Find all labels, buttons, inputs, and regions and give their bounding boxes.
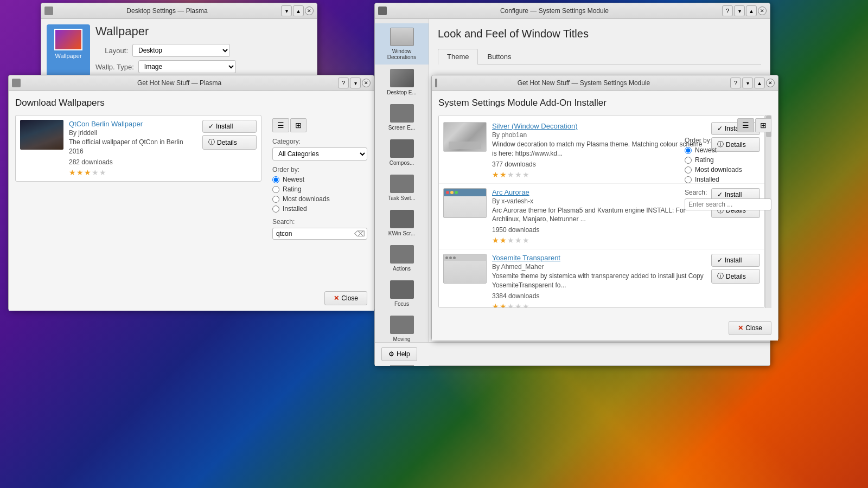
sysmod-order-newest-radio[interactable] xyxy=(685,147,692,154)
sidebar-item-desktop-effects[interactable]: Desktop E... xyxy=(375,65,429,100)
order-most-downloads-option[interactable]: Most downloads xyxy=(272,195,367,203)
sysmod-grid-view-button[interactable]: ⊞ xyxy=(755,118,771,132)
order-most-downloads-radio[interactable] xyxy=(272,196,279,203)
desktop-settings-content: Wallpaper Wallpaper Layout: Desktop Fold… xyxy=(41,19,317,82)
desktop-settings-titlebar: Desktop Settings — Plasma ▾ ▲ ✕ xyxy=(41,3,317,19)
ghns-wallpaper-main-title: Download Wallpapers xyxy=(15,98,367,108)
config-title: Configure — System Settings Module xyxy=(389,7,720,15)
config-close-btn[interactable]: ✕ xyxy=(758,7,767,15)
sysmod-order-rating-option[interactable]: Rating xyxy=(685,156,771,164)
yosemite-install-button[interactable]: ✓ Install xyxy=(711,254,760,267)
window-deco-icon xyxy=(390,28,414,46)
wallpaper-type-row: Wallp. Type: Image xyxy=(95,60,311,73)
settings-title: Wallpaper xyxy=(95,24,311,38)
search-input[interactable] xyxy=(272,228,367,240)
category-select[interactable]: All Categories xyxy=(272,147,367,160)
order-rating-radio[interactable] xyxy=(272,186,279,193)
silver-name[interactable]: Silver (Window Decoration) xyxy=(492,122,578,130)
item-downloads: 282 downloads xyxy=(69,158,197,166)
config-sidebar: Window Decorations Desktop E... Screen E… xyxy=(375,19,429,366)
order-newest-option[interactable]: Newest xyxy=(272,176,367,183)
details-button[interactable]: ⓘ Details xyxy=(202,135,257,150)
order-installed-radio[interactable] xyxy=(272,206,279,213)
config-help-button[interactable]: ⚙ Help xyxy=(381,347,417,361)
close-icon: ✕ xyxy=(334,294,339,302)
sidebar-item-kwin-scripts[interactable]: KWin Scr... xyxy=(375,206,429,241)
yosemite-downloads: 3384 downloads xyxy=(492,292,706,300)
sysmod-order-newest-option[interactable]: Newest xyxy=(685,146,771,154)
view-toggle: ☰ ⊞ xyxy=(272,118,367,132)
item-name[interactable]: QtCon Berlin Wallpaper xyxy=(69,120,143,128)
sysmod-order-most-downloads-radio[interactable] xyxy=(685,166,692,174)
install-button[interactable]: ✓ Install xyxy=(202,120,257,133)
arc-info: Arc Aurorae By x-varlesh-x Arc Aurorae t… xyxy=(492,188,706,245)
ghns-close-button[interactable]: ✕ Close xyxy=(324,291,367,305)
ghns-wallpaper-title: Get Hot New Stuff — Plasma xyxy=(23,79,336,87)
arc-name[interactable]: Arc Aurorae xyxy=(492,188,529,196)
close-window-button[interactable]: ✕ xyxy=(362,79,371,87)
sysmod-list-view-button[interactable]: ☰ xyxy=(737,118,754,132)
list-view-button[interactable]: ☰ xyxy=(272,118,289,132)
config-collapse-btn[interactable]: ▾ xyxy=(734,5,745,16)
sysmod-search-input-wrap xyxy=(685,198,771,210)
config-controls: ? ▾ ▲ ✕ xyxy=(722,5,767,16)
layout-select[interactable]: Desktop Folder View Empty xyxy=(132,44,230,57)
sidebar-item-compositor[interactable]: Compos... xyxy=(375,135,429,170)
config-tabs: Theme Buttons xyxy=(438,49,761,65)
sysmod-order-most-downloads-option[interactable]: Most downloads xyxy=(685,166,771,174)
wallpaper-icon-box[interactable]: Wallpaper xyxy=(47,24,90,76)
ghns-sysmod-controls: ? ▾ ▲ ✕ xyxy=(730,78,775,88)
y2: ★ xyxy=(500,302,507,308)
sidebar-desktop-effects-label: Desktop E... xyxy=(387,89,416,95)
order-section: Order by: Newest Rating Most downloads xyxy=(272,166,367,213)
yosemite-actions: ✓ Install ⓘ Details xyxy=(711,254,760,284)
minimize-button[interactable]: ▾ xyxy=(281,5,292,16)
yosemite-info: Yosemite Transparent By Ahmed_Maher Yose… xyxy=(492,254,706,308)
sysmod-search-section: Search: xyxy=(685,189,771,210)
sysmod-order-section: Order by: Newest Rating Most downloads xyxy=(685,137,771,183)
ghns-wallpaper-window: Get Hot New Stuff — Plasma ? ▾ ✕ Downloa… xyxy=(8,75,374,311)
sysmod-close-window-btn[interactable]: ✕ xyxy=(766,79,775,87)
sysmod-order-radio-group: Newest Rating Most downloads Installed xyxy=(685,146,771,183)
config-help-btn[interactable]: ? xyxy=(722,5,733,16)
tab-theme[interactable]: Theme xyxy=(438,49,478,65)
desktop-settings-icon xyxy=(44,7,53,15)
tab-buttons[interactable]: Buttons xyxy=(478,49,520,64)
order-most-downloads-label: Most downloads xyxy=(283,195,330,203)
sidebar-task-switcher-label: Task Swit... xyxy=(388,195,416,201)
yosemite-details-button[interactable]: ⓘ Details xyxy=(711,269,760,284)
sysmod-search-input[interactable] xyxy=(685,198,771,210)
desktop-settings-title: Desktop Settings — Plasma xyxy=(55,7,279,15)
yosemite-name[interactable]: Yosemite Transparent xyxy=(492,254,560,262)
sysmod-order-installed-option[interactable]: Installed xyxy=(685,176,771,183)
sidebar-item-focus[interactable]: Focus xyxy=(375,276,429,311)
order-installed-option[interactable]: Installed xyxy=(272,205,367,213)
gear-icon: ⚙ xyxy=(388,350,394,358)
sysmod-maximize-btn[interactable]: ▲ xyxy=(754,78,765,88)
wallpaper-type-select[interactable]: Image xyxy=(138,60,236,73)
order-newest-radio[interactable] xyxy=(272,176,279,183)
sidebar-moving-label: Moving xyxy=(393,336,410,342)
sidebar-item-window-decorations[interactable]: Window Decorations xyxy=(375,23,429,65)
maximize-button[interactable]: ▲ xyxy=(293,5,304,16)
sidebar-item-task-switcher[interactable]: Task Swit... xyxy=(375,170,429,206)
order-rating-option[interactable]: Rating xyxy=(272,185,367,193)
sysmod-help-btn[interactable]: ? xyxy=(730,78,741,88)
sidebar-item-screen-edges[interactable]: Screen E... xyxy=(375,100,429,135)
order-label: Order by: xyxy=(272,166,367,174)
config-maximize-btn[interactable]: ▲ xyxy=(746,5,757,16)
collapse-button[interactable]: ▾ xyxy=(350,78,361,88)
grid-view-button[interactable]: ⊞ xyxy=(290,118,307,132)
sysmod-order-installed-radio[interactable] xyxy=(685,176,692,183)
sysmod-order-rating-radio[interactable] xyxy=(685,157,692,164)
silver-thumbnail xyxy=(443,122,487,152)
sidebar-item-actions[interactable]: Actions xyxy=(375,241,429,276)
sysmod-search-label: Search: xyxy=(685,189,771,196)
kwin-scripts-icon xyxy=(390,210,414,228)
help-button[interactable]: ? xyxy=(338,78,349,88)
sysmod-collapse-btn[interactable]: ▾ xyxy=(742,78,753,88)
close-button[interactable]: ✕ xyxy=(305,7,314,15)
sidebar-item-moving[interactable]: Moving xyxy=(375,311,429,346)
search-clear-button[interactable]: ⌫ xyxy=(354,229,365,238)
sysmod-close-button[interactable]: ✕ Close xyxy=(729,321,771,335)
